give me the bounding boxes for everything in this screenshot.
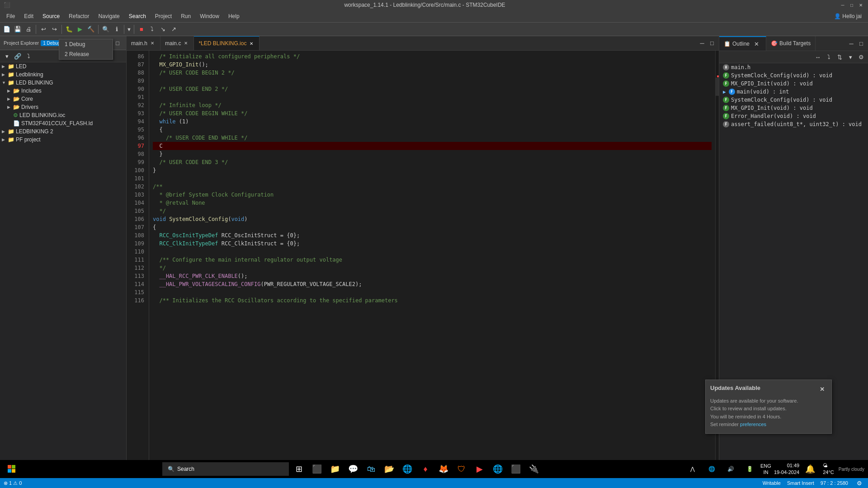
right-min-button[interactable]: ─ bbox=[846, 38, 856, 48]
outline-sync-button[interactable]: ↔ bbox=[813, 52, 823, 62]
new-file-button[interactable]: 📄 bbox=[2, 24, 12, 34]
save-button[interactable]: 💾 bbox=[13, 24, 23, 34]
status-build-error[interactable]: ⊗ 1 ⚠ 0 bbox=[4, 480, 22, 486]
menu-help[interactable]: Help bbox=[224, 11, 244, 21]
taskbar-edge-icon[interactable]: 🌐 bbox=[399, 461, 415, 477]
taskbar-stm32-icon[interactable]: ⬛ bbox=[309, 461, 325, 477]
taskbar-plugin-icon[interactable]: 🔌 bbox=[526, 461, 542, 477]
pe-collapse-all-button[interactable]: ⤵ bbox=[24, 51, 33, 61]
build-button[interactable]: 🔨 bbox=[86, 24, 96, 34]
step-in-button[interactable]: ↘ bbox=[158, 24, 168, 34]
step-over-button[interactable]: ⤵ bbox=[147, 24, 157, 34]
tree-item-ledblinking[interactable]: ▶ 📁 Ledblinking bbox=[0, 70, 126, 79]
code-content[interactable]: /* Initialize all configured peripherals… bbox=[149, 51, 715, 465]
outline-filter-button[interactable]: ▾ bbox=[845, 52, 855, 62]
minimize-button[interactable]: ─ bbox=[839, 1, 846, 9]
tree-item-ledbinking2[interactable]: ▶ 📁 LEDBINKING 2 bbox=[0, 127, 126, 136]
popup-preferences-link[interactable]: preferences bbox=[740, 422, 766, 427]
outline-item-sysclock-void[interactable]: F SystemClock_Config(void) : void bbox=[719, 71, 868, 80]
taskbar-diamond-icon[interactable]: ♦ bbox=[417, 461, 434, 477]
tree-item-drivers[interactable]: ▶ 📂 Drivers bbox=[0, 103, 126, 111]
taskbar-stm32-icon2[interactable]: ⬛ bbox=[508, 461, 524, 477]
outline-item-mxgpio2[interactable]: F MX_GPIO_Init(void) : void bbox=[719, 104, 868, 112]
editor-max-button[interactable]: □ bbox=[707, 38, 717, 48]
clock-display[interactable]: 01:49 19-04-2024 bbox=[774, 462, 799, 476]
notification-icon[interactable]: 🔔 bbox=[802, 461, 818, 477]
taskbar-teams-icon[interactable]: 💬 bbox=[345, 461, 361, 477]
taskbar-firefox-icon[interactable]: 🦊 bbox=[435, 461, 452, 477]
menu-search[interactable]: Search bbox=[124, 11, 151, 21]
run-button[interactable]: ▶ bbox=[75, 24, 85, 34]
outline-collapse-button[interactable]: ⤵ bbox=[824, 52, 834, 62]
print-button[interactable]: 🖨 bbox=[24, 24, 33, 34]
taskbar-store-icon[interactable]: 🛍 bbox=[363, 461, 379, 477]
network-icon[interactable]: 🌐 bbox=[703, 461, 720, 477]
outline-sort-button[interactable]: ⇅ bbox=[835, 52, 844, 62]
pe-link-button[interactable]: 🔗 bbox=[13, 51, 23, 61]
outline-item-mxgpio[interactable]: F MX_GPIO_Init(void) : void bbox=[719, 80, 868, 88]
tree-item-led-blinking[interactable]: ▼ 📁 LED BLINKING bbox=[0, 79, 126, 87]
tree-item-core[interactable]: ▶ 📂 Core bbox=[0, 95, 126, 103]
language-indicator[interactable]: ENG IN bbox=[760, 463, 771, 476]
debug-option-2[interactable]: 2 Release bbox=[59, 49, 113, 59]
tab-close-mainc[interactable]: ✕ bbox=[183, 40, 189, 47]
debug-button[interactable]: 🐛 bbox=[64, 24, 74, 34]
undo-button[interactable]: ↩ bbox=[38, 24, 48, 34]
pe-filter-button[interactable]: ▾ bbox=[2, 51, 12, 61]
tree-item-pf-project[interactable]: ▶ 📁 PF project bbox=[0, 136, 126, 144]
menu-source[interactable]: Source bbox=[38, 11, 64, 21]
outline-item-mainh[interactable]: H main.h bbox=[719, 63, 868, 71]
tree-item-includes[interactable]: ▶ 📂 Includes bbox=[0, 87, 126, 95]
weather-display[interactable]: 🌤 24°C bbox=[821, 462, 836, 476]
menu-refactor[interactable]: Refactor bbox=[64, 11, 94, 21]
tab-ioc[interactable]: *LED BLINKING.ioc ✕ bbox=[194, 36, 259, 51]
popup-close-button[interactable]: ✕ bbox=[817, 385, 827, 394]
redo-button[interactable]: ↪ bbox=[49, 24, 59, 34]
tab-close-mainh[interactable]: ✕ bbox=[149, 40, 156, 47]
tab-close-ioc[interactable]: ✕ bbox=[248, 40, 255, 47]
outline-item-assert[interactable]: F assert_failed(uint8_t*, uint32_t) : vo… bbox=[719, 120, 868, 128]
editor-min-button[interactable]: ─ bbox=[697, 38, 707, 48]
search-box[interactable]: 🔍 Search bbox=[162, 462, 289, 476]
debug-option-1[interactable]: 1 Debug bbox=[59, 39, 113, 49]
tab-mainh[interactable]: main.h ✕ bbox=[127, 36, 160, 51]
tree-item-ld[interactable]: 📄 STM32F401CCUX_FLASH.ld bbox=[0, 119, 126, 127]
taskbar-chrome-icon[interactable]: 🌐 bbox=[490, 461, 506, 477]
taskview-button[interactable]: ⊞ bbox=[291, 461, 307, 477]
outline-item-main[interactable]: ▶ F main(void) : int bbox=[719, 88, 868, 96]
tree-item-led[interactable]: ▶ 📁 LED bbox=[0, 62, 126, 70]
outline-item-error-handler[interactable]: F Error_Handler(void) : void bbox=[719, 112, 868, 120]
menu-edit[interactable]: Edit bbox=[19, 11, 38, 21]
menu-user[interactable]: 👤 Hello jai bbox=[830, 11, 866, 21]
outline-item-sysclock[interactable]: F SystemClock_Config(void) : void bbox=[719, 96, 868, 104]
start-button[interactable] bbox=[4, 461, 20, 477]
battery-icon[interactable]: 🔋 bbox=[741, 461, 758, 477]
taskbar-avast-icon[interactable]: 🛡 bbox=[453, 461, 470, 477]
pe-max-button[interactable]: □ bbox=[113, 38, 123, 48]
close-button[interactable]: ✕ bbox=[857, 1, 864, 9]
menu-run[interactable]: Run bbox=[176, 11, 195, 21]
config-selector[interactable]: ▼ bbox=[127, 27, 132, 32]
right-max-button[interactable]: □ bbox=[856, 38, 866, 48]
tab-build-targets[interactable]: 🎯 Build Targets bbox=[766, 36, 816, 51]
menu-project[interactable]: Project bbox=[151, 11, 176, 21]
outline-close-button[interactable]: ✕ bbox=[751, 39, 761, 49]
tree-item-ioc[interactable]: ⚙ LED BLINKING.ioc bbox=[0, 111, 126, 119]
taskbar-file-explorer-icon[interactable]: 📁 bbox=[327, 461, 343, 477]
status-settings-icon[interactable]: ⚙ bbox=[854, 478, 864, 488]
search-button[interactable]: 🔍 bbox=[101, 24, 111, 34]
step-out-button[interactable]: ↗ bbox=[169, 24, 179, 34]
maximize-button[interactable]: □ bbox=[848, 1, 855, 9]
menu-window[interactable]: Window bbox=[195, 11, 224, 21]
taskbar-folder-icon[interactable]: 📂 bbox=[381, 461, 397, 477]
menu-file[interactable]: File bbox=[2, 11, 19, 21]
volume-icon[interactable]: 🔊 bbox=[722, 461, 739, 477]
status-writable[interactable]: Writable bbox=[763, 480, 781, 486]
tab-mainc[interactable]: main.c ✕ bbox=[160, 36, 194, 51]
tab-outline[interactable]: 📋 Outline ✕ bbox=[719, 36, 766, 51]
outline-settings-button[interactable]: ⚙ bbox=[856, 52, 866, 62]
info-button[interactable]: ℹ bbox=[112, 24, 122, 34]
taskbar-youtube-icon[interactable]: ▶ bbox=[472, 461, 488, 477]
stop-button[interactable]: ■ bbox=[137, 24, 146, 34]
menu-navigate[interactable]: Navigate bbox=[94, 11, 124, 21]
